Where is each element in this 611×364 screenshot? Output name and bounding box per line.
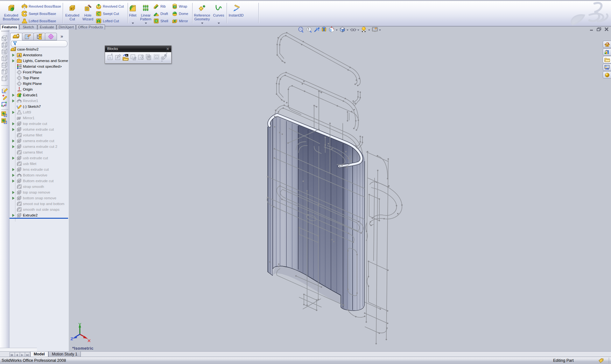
svg-text:A: A [132, 56, 134, 59]
svg-text:A: A [139, 56, 142, 59]
svg-text:A: A [156, 56, 158, 59]
svg-text:A: A [126, 54, 128, 57]
svg-text:A: A [109, 56, 111, 59]
svg-text:CD: CD [174, 6, 176, 8]
svg-text:!: ! [308, 28, 309, 31]
